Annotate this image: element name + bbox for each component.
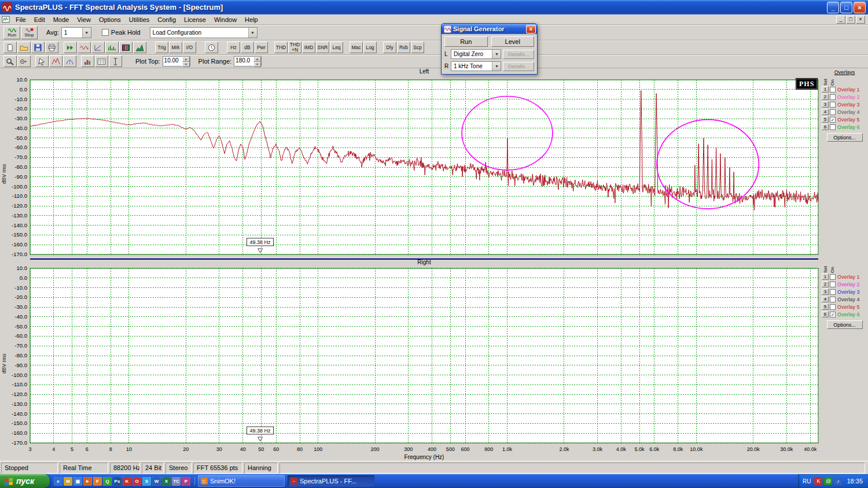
menu-item-window[interactable]: Window <box>210 15 241 24</box>
toolbar-button-log[interactable]: Log <box>363 42 377 53</box>
ie-icon[interactable]: e <box>54 477 62 486</box>
menu-item-mode[interactable]: Mode <box>49 15 73 24</box>
show-desktop-icon[interactable]: ▣ <box>73 477 82 486</box>
data-table-icon[interactable] <box>95 56 108 67</box>
overlay-on-checkbox-4[interactable] <box>830 109 836 115</box>
toolbar-button-hz[interactable]: Hz <box>227 42 240 53</box>
phase-plot-icon[interactable] <box>91 42 105 53</box>
configuration-combo[interactable]: Load Configuration ▼ <box>150 27 258 38</box>
toolbar-button-rvb[interactable]: Rvb <box>397 42 410 53</box>
overlay-on-checkbox-3[interactable] <box>830 289 836 295</box>
measure-cursor-icon[interactable] <box>109 56 122 67</box>
minimize-button[interactable]: _ <box>827 2 839 13</box>
overlay-on-checkbox-4[interactable] <box>830 297 836 302</box>
overlay-set-button-5[interactable]: 5 <box>822 116 829 123</box>
language-indicator[interactable]: RU <box>803 478 811 485</box>
chevron-down-icon[interactable]: ▼ <box>492 62 501 71</box>
overlay-set-button-4[interactable]: 4 <box>822 296 829 302</box>
pointer-icon[interactable] <box>35 56 49 67</box>
toolbar-button-mrk[interactable]: Mrk <box>169 42 182 53</box>
generator-level-button[interactable]: Level <box>491 36 535 47</box>
chevron-down-icon[interactable]: ▼ <box>248 28 257 38</box>
overlay-set-button-6[interactable]: 6 <box>822 311 829 317</box>
spectrum-plot-left[interactable]: 10.00.0-10.0-20.0-30.0-40.0-50.0-60.0-70… <box>0 76 821 258</box>
overlay-on-checkbox-1[interactable] <box>830 87 836 93</box>
toolbar-button-thd[interactable]: THD <box>274 42 288 53</box>
taskbar-task-spectraplus-ff[interactable]: ~SpectraPLUS - FF... <box>288 475 374 487</box>
word-icon[interactable]: W <box>152 477 161 486</box>
overlay-set-button-2[interactable]: 2 <box>822 94 829 100</box>
start-button[interactable]: пуск <box>0 474 50 488</box>
overlay-on-checkbox-6[interactable] <box>830 124 836 130</box>
overlay-on-checkbox-2[interactable] <box>830 94 836 100</box>
mdi-restore-button[interactable]: □ <box>846 16 855 24</box>
dialog-title-bar[interactable]: Signal Generator × <box>442 24 537 34</box>
plot-range-spinner[interactable]: 180.0 ▲▼ <box>234 56 262 66</box>
taskbar-task-snimok[interactable]: CSnimOK! <box>198 475 285 487</box>
stop-button[interactable]: Stop <box>21 26 38 39</box>
agent-tray-icon[interactable]: @ <box>824 477 832 485</box>
toolbar-button-leq[interactable]: Leq <box>330 42 343 53</box>
surface-plot-icon[interactable] <box>133 42 146 53</box>
peak-hold-checkbox[interactable]: Peak Hold <box>102 29 141 36</box>
spin-down-icon[interactable]: ▼ <box>182 62 190 67</box>
chevron-down-icon[interactable]: ▼ <box>492 50 501 58</box>
toolbar-button-snr[interactable]: SNR <box>316 42 329 53</box>
menu-item-utilities[interactable]: Utilities <box>125 15 153 24</box>
menu-item-config[interactable]: Config <box>153 15 180 24</box>
spectrogram-icon[interactable] <box>119 42 133 53</box>
zoom-icon[interactable] <box>3 56 17 67</box>
overlay-on-checkbox-3[interactable] <box>830 102 836 108</box>
run-button[interactable]: Run <box>3 26 20 39</box>
close-button[interactable]: × <box>854 2 866 13</box>
overlay-set-button-2[interactable]: 2 <box>822 281 829 287</box>
bar-chart-icon[interactable] <box>81 56 94 67</box>
overlay-set-button-5[interactable]: 5 <box>822 304 829 310</box>
save-icon[interactable] <box>31 42 45 53</box>
toolbar-button-db[interactable]: dB <box>241 42 254 53</box>
overlays-options-button[interactable]: Options... <box>827 320 863 329</box>
opera-icon[interactable]: O <box>133 477 141 486</box>
overlay-on-checkbox-5[interactable]: ✓ <box>830 117 836 123</box>
spectrum-plot-right[interactable]: 10.00.0-10.0-20.0-30.0-40.0-50.0-60.0-70… <box>0 267 821 446</box>
overlay-set-button-3[interactable]: 3 <box>822 101 829 108</box>
maximize-button[interactable]: □ <box>840 2 852 13</box>
overlay-set-button-6[interactable]: 6 <box>822 124 829 130</box>
toolbar-button-imd[interactable]: IMD <box>302 42 315 53</box>
commander-icon[interactable]: TC <box>172 477 181 486</box>
generator-run-button[interactable]: Run <box>444 36 488 47</box>
toolbar-button-trig[interactable]: Trig <box>155 42 168 53</box>
analysis-icon[interactable] <box>63 56 76 67</box>
print-icon[interactable] <box>45 42 58 53</box>
right-signal-combo[interactable]: 1 kHz Tone ▼ <box>451 61 501 71</box>
antivirus-tray-icon[interactable]: K <box>814 477 822 485</box>
menu-item-license[interactable]: License <box>180 15 210 24</box>
time-series-icon[interactable] <box>78 42 91 53</box>
media-player-icon[interactable]: ► <box>83 477 92 486</box>
menu-item-help[interactable]: Help <box>241 15 262 24</box>
timer-icon[interactable] <box>205 42 218 53</box>
dialog-close-button[interactable]: × <box>526 25 536 34</box>
left-signal-combo[interactable]: Digital Zero ▼ <box>451 49 501 59</box>
menu-item-view[interactable]: View <box>73 15 95 24</box>
spin-up-icon[interactable]: ▲ <box>182 57 190 62</box>
overlay-set-button-3[interactable]: 3 <box>822 289 829 295</box>
spectrum-plot-icon[interactable] <box>105 42 119 53</box>
menu-item-options[interactable]: Options <box>95 15 125 24</box>
toolbar-button-dly[interactable]: Dly <box>383 42 396 53</box>
toolbar-button-i-o[interactable]: I/O <box>183 42 196 53</box>
messenger-icon[interactable]: Q <box>103 477 112 486</box>
spin-up-icon[interactable]: ▲ <box>253 57 261 62</box>
mail-icon[interactable]: M <box>64 477 72 486</box>
overlay-on-checkbox-6[interactable]: ✓ <box>830 312 836 317</box>
spin-down-icon[interactable]: ▼ <box>253 62 261 67</box>
overlay-on-checkbox-2[interactable] <box>830 282 836 287</box>
overlay-set-button-4[interactable]: 4 <box>822 109 829 115</box>
overlay-on-checkbox-1[interactable] <box>830 274 836 280</box>
excel-icon[interactable]: X <box>162 477 171 486</box>
firefox-icon[interactable]: F <box>93 477 102 486</box>
volume-tray-icon[interactable]: ♪ <box>834 477 842 485</box>
avg-combo[interactable]: 1 ▼ <box>61 27 91 38</box>
right-details-button[interactable]: Details... <box>503 62 534 71</box>
zoom-in-out-icon[interactable] <box>17 56 31 67</box>
